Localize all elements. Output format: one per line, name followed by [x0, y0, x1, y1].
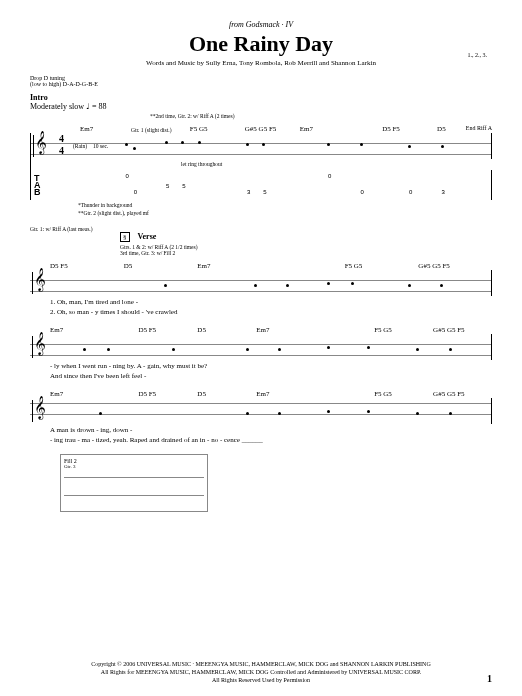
chord: F5 G5	[374, 390, 433, 398]
chord: D5 F5	[50, 262, 124, 270]
footer-line-1: Copyright © 2006 UNIVERSAL MUSIC · MEEEN…	[0, 660, 522, 668]
system-1: Em7 F5 G5 G#5 G5 F5 Em7 D5 F5 D5 End Rif…	[30, 125, 492, 216]
sheet-header: from Godsmack · IV One Rainy Day Words a…	[30, 20, 492, 67]
lyrics-4b: - ing trau - ma - tized, yeah. Raped and…	[30, 436, 492, 444]
chord: D5 F5	[138, 326, 197, 334]
chord-row-1: Em7 F5 G5 G#5 G5 F5 Em7 D5 F5 D5	[30, 125, 492, 133]
chord: Em7	[50, 390, 138, 398]
segno-icon: §	[120, 232, 130, 242]
footer-line-2: All Rights for MEEENGYA MUSIC, HAMMERCLA…	[0, 668, 522, 676]
chord-row-3: Em7 D5 F5 D5 Em7 F5 G5 G#5 G5 F5	[30, 326, 492, 334]
footnote-2: **Gtr. 2 (slight dist.), played mf	[78, 210, 492, 216]
tempo-text: Moderately slow ♩ = 88	[30, 102, 107, 111]
intro-label: Intro	[30, 93, 492, 102]
chord: Em7	[300, 125, 382, 133]
page-number: 1	[487, 673, 492, 684]
chord: F5 G5	[374, 326, 433, 334]
chord: D5 F5	[382, 125, 437, 133]
credits-line: Words and Music by Sully Erna, Tony Romb…	[30, 59, 492, 67]
chord: Em7	[197, 262, 344, 270]
chord: D5	[197, 390, 256, 398]
chord: F5 G5	[345, 262, 419, 270]
system-2: D5 F5 D5 Em7 F5 G5 G#5 G5 F5 𝄞 1. Oh, ma…	[30, 262, 492, 316]
lyrics-2b: 2. Oh, so man - y times I should - 've c…	[30, 308, 492, 316]
footer-line-3: All Rights Reserved Used by Permission	[0, 676, 522, 684]
fill-box: Fill 2 Gtr. 3	[60, 454, 208, 512]
tempo-marking: Moderately slow ♩ = 88	[30, 102, 492, 111]
notation-staff-4: 𝄞	[30, 398, 492, 424]
chord: G#5 G5 F5	[418, 262, 492, 270]
chord: D5	[124, 262, 198, 270]
copyright-footer: Copyright © 2006 UNIVERSAL MUSIC · MEEEN…	[0, 660, 522, 684]
chord-row-4: Em7 D5 F5 D5 Em7 F5 G5 G#5 G5 F5	[30, 390, 492, 398]
verse-label: Verse	[138, 232, 157, 241]
end-riff-label: End Riff A	[466, 125, 492, 131]
song-title: One Rainy Day	[30, 31, 492, 57]
system-3: Em7 D5 F5 D5 Em7 F5 G5 G#5 G5 F5 𝄞 - ly …	[30, 326, 492, 380]
lyrics-3a: - ly when I went run - ning by. A - gain…	[30, 362, 492, 370]
chord: Em7	[256, 326, 374, 334]
chord-row-2: D5 F5 D5 Em7 F5 G5 G#5 G5 F5	[30, 262, 492, 270]
lyrics-3b: And since then I've been left feel -	[30, 372, 492, 380]
repeat-indicator: 1., 2., 3.	[468, 52, 488, 58]
system-4: Em7 D5 F5 D5 Em7 F5 G5 G#5 G5 F5 𝄞	[30, 390, 492, 444]
fill-gtr: Gtr. 3	[64, 464, 204, 469]
chord: G#5 G5 F5	[245, 125, 300, 133]
mini-notation	[64, 471, 204, 487]
source-line: from Godsmack · IV	[30, 20, 492, 29]
mini-tab	[64, 489, 204, 505]
footnote-1: *Thunder in background	[78, 202, 492, 208]
chord: D5	[197, 326, 256, 334]
notation-staff-3: 𝄞	[30, 334, 492, 360]
chord: F5 G5	[190, 125, 245, 133]
tech-note: let ring throughout	[181, 161, 492, 167]
chord: D5 F5	[138, 390, 197, 398]
notation-staff-2: 𝄞	[30, 270, 492, 296]
chord: G#5 G5 F5	[433, 390, 492, 398]
staff-block-1: End Riff A 𝄞 44 (Rain) 10 sec. Gtr. 1 (s…	[30, 133, 492, 200]
verse-instruction: Gtrs. 1 & 2: w/ Riff A (2 1/2 times) 3rd…	[120, 244, 492, 256]
tab-staff-1: TAB 00 55 35 00 03	[31, 170, 492, 200]
chord: Em7	[50, 326, 138, 334]
notation-staff-1: 𝄞 44 (Rain) 10 sec. Gtr. 1 (slight dist.…	[31, 133, 492, 159]
chord: Em7	[256, 390, 374, 398]
chord: G#5 G5 F5	[433, 326, 492, 334]
lyrics-4a: A man is drown - ing, down -	[30, 426, 492, 434]
lyrics-2a: 1. Oh, man, I'm tired and lone -	[30, 298, 492, 306]
intro-instruction: **2nd time, Gtr. 2: w/ Riff A (2 times)	[150, 113, 492, 119]
tuning-line-2: (low to high) D-A-D-G-B-E	[30, 81, 492, 87]
tuning-info: Drop D tuning (low to high) D-A-D-G-B-E	[30, 75, 492, 87]
